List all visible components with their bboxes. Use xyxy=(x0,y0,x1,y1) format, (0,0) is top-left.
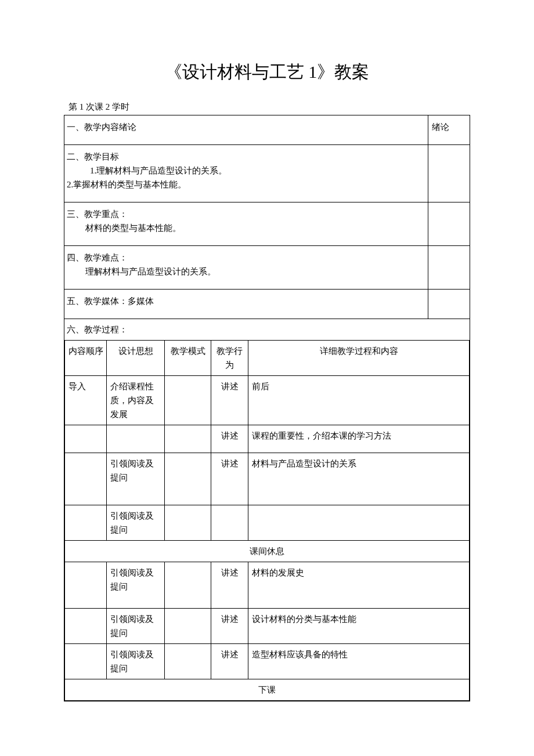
section-5-heading: 五、教学媒体：多媒体 xyxy=(67,294,425,308)
section-2: 二、教学目标 1.理解材料与产品造型设计的关系。 2.掌握材料的类型与基本性能。 xyxy=(64,145,428,202)
section-4: 四、教学难点： 理解材料与产品造型设计的关系。 xyxy=(64,246,428,290)
cell-mode xyxy=(165,562,211,609)
cell-seq xyxy=(65,425,107,453)
cell-seq xyxy=(65,609,107,644)
cell-detail: 材料与产品造型设计的关系 xyxy=(248,453,470,505)
section-5-side xyxy=(428,290,470,319)
section-4-side xyxy=(428,246,470,290)
section-3-heading: 三、教学重点： xyxy=(67,207,425,221)
break-row: 课间休息 xyxy=(65,541,470,562)
header-seq: 内容顺序 xyxy=(65,341,107,376)
end-label: 下课 xyxy=(65,679,470,701)
table-row: 引领阅读及提问 讲述 设计材料的分类与基本性能 xyxy=(65,609,470,644)
cell-seq: 导入 xyxy=(65,376,107,425)
section-4-line1: 理解材料与产品造型设计的关系。 xyxy=(67,265,425,278)
session-info: 第 1 次课 2 学时 xyxy=(64,100,470,114)
cell-action: 讲述 xyxy=(211,376,248,425)
cell-thought: 引领阅读及提问 xyxy=(107,609,165,644)
header-thought: 设计思想 xyxy=(107,341,165,376)
section-3-line1: 材料的类型与基本性能。 xyxy=(67,221,425,235)
section-2-line2: 2.掌握材料的类型与基本性能。 xyxy=(67,178,425,191)
section-content: 一、教学内容绪论 xyxy=(64,115,428,145)
cell-action: 讲述 xyxy=(211,644,248,679)
section-1-heading: 一、教学内容绪论 xyxy=(67,120,425,134)
header-mode: 教学模式 xyxy=(165,341,211,376)
main-table: 一、教学内容绪论 绪论 二、教学目标 1.理解材料与产品造型设计的关系。 2.掌… xyxy=(64,115,470,701)
table-row: 导入 介绍课程性质，内容及发展 讲述 前后 xyxy=(65,376,470,425)
cell-action: 讲述 xyxy=(211,453,248,505)
cell-mode xyxy=(165,453,211,505)
section-3: 三、教学重点： 材料的类型与基本性能。 xyxy=(64,202,428,246)
cell-seq xyxy=(65,644,107,679)
cell-mode xyxy=(165,644,211,679)
cell-seq xyxy=(65,453,107,505)
table-row: 引领阅读及提问 讲述 材料的发展史 xyxy=(65,562,470,609)
cell-action: 讲述 xyxy=(211,609,248,644)
cell-thought xyxy=(107,425,165,453)
section-4-heading: 四、教学难点： xyxy=(67,251,425,265)
break-label: 课间休息 xyxy=(65,541,470,562)
cell-seq xyxy=(65,562,107,609)
cell-thought: 介绍课程性质，内容及发展 xyxy=(107,376,165,425)
cell-detail: 课程的重要性，介绍本课的学习方法 xyxy=(248,425,470,453)
cell-mode xyxy=(165,425,211,453)
process-table: 内容顺序 设计思想 教学模式 教学行为 详细教学过程和内容 导入 介绍课程性质，… xyxy=(64,340,470,701)
table-row: 引领阅读及提问 讲述 造型材料应该具备的特性 xyxy=(65,644,470,679)
section-3-side xyxy=(428,202,470,246)
cell-mode xyxy=(165,505,211,541)
cell-detail xyxy=(248,505,470,541)
cell-detail: 材料的发展史 xyxy=(248,562,470,609)
table-row: 讲述 课程的重要性，介绍本课的学习方法 xyxy=(65,425,470,453)
section-1-side: 绪论 xyxy=(428,115,470,145)
cell-detail: 造型材料应该具备的特性 xyxy=(248,644,470,679)
cell-thought: 引领阅读及提问 xyxy=(107,644,165,679)
header-detail: 详细教学过程和内容 xyxy=(248,341,470,376)
cell-mode xyxy=(165,376,211,425)
section-6-heading: 六、教学过程： xyxy=(64,319,470,341)
cell-detail: 设计材料的分类与基本性能 xyxy=(248,609,470,644)
cell-thought: 引领阅读及提问 xyxy=(107,453,165,505)
cell-action: 讲述 xyxy=(211,425,248,453)
table-row: 引领阅读及提问 xyxy=(65,505,470,541)
section-2-heading: 二、教学目标 xyxy=(67,150,425,164)
page-title: 《设计材料与工艺 1》教案 xyxy=(64,58,470,86)
cell-mode xyxy=(165,609,211,644)
cell-detail: 前后 xyxy=(248,376,470,425)
cell-action xyxy=(211,505,248,541)
cell-action: 讲述 xyxy=(211,562,248,609)
process-header-row: 内容顺序 设计思想 教学模式 教学行为 详细教学过程和内容 xyxy=(65,341,470,376)
section-2-line1: 1.理解材料与产品造型设计的关系。 xyxy=(67,164,425,178)
header-action: 教学行为 xyxy=(211,341,248,376)
cell-thought: 引领阅读及提问 xyxy=(107,562,165,609)
table-row: 引领阅读及提问 讲述 材料与产品造型设计的关系 xyxy=(65,453,470,505)
cell-seq xyxy=(65,505,107,541)
cell-thought: 引领阅读及提问 xyxy=(107,505,165,541)
section-5: 五、教学媒体：多媒体 xyxy=(64,290,428,319)
end-row: 下课 xyxy=(65,679,470,701)
section-2-side xyxy=(428,145,470,202)
